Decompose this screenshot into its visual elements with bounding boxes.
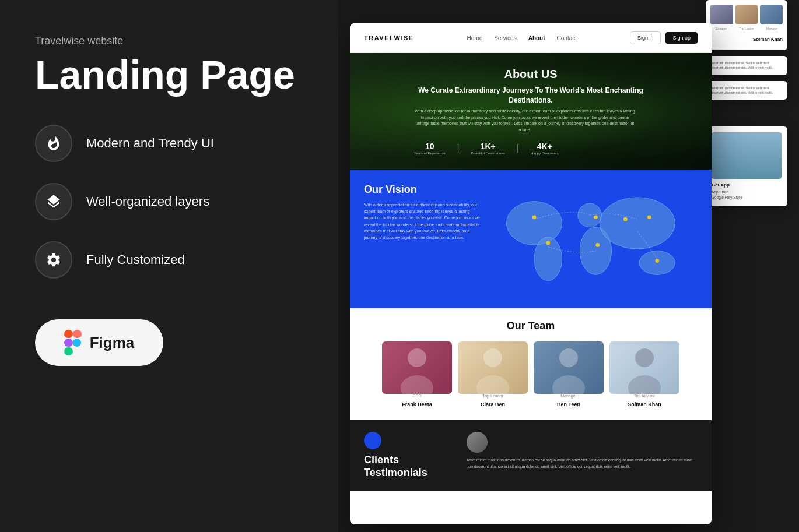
vision-desc: With a deep appreciation for authenticit… [364,202,481,241]
nav-home[interactable]: Home [467,35,483,41]
hero-content: About US We Curate Extraordinary Journey… [414,68,647,156]
gear-icon-circle [35,241,72,279]
svg-point-19 [401,375,433,394]
app-store-link[interactable]: App Store [712,190,782,194]
svg-rect-1 [64,339,73,347]
hero-subtitle: We Curate Extraordinary Journeys To The … [414,86,647,105]
vision-section: Our Vision With a deep appreciation for … [350,170,712,308]
side-text-card-2: deserunt ullamco est sit. Velit m velit … [706,81,787,100]
side-preview-panel: Manager Trip Leader Manager Solman Khan … [706,0,787,212]
layers-icon [45,193,62,210]
team-section: Our Team CEO Frank Beeta [350,308,712,420]
side-role-3: Manager [766,27,778,30]
team-photo-clara [458,341,528,394]
testimonials-accent [364,432,381,449]
team-card-solman: Trip Advisor Solman Khan [609,341,679,408]
svg-point-14 [623,217,628,221]
main-title: Landing Page [35,54,303,96]
svg-point-16 [655,259,659,263]
svg-point-24 [635,348,654,367]
side-role-1: Manager [716,27,727,30]
signin-button[interactable]: Sign in [630,31,661,44]
side-text-1: deserunt ullamco est sit. Velit m velit … [710,61,783,71]
svg-point-5 [506,202,562,245]
testimonials-title: Clients Testimonials [364,454,457,479]
svg-rect-2 [64,347,73,355]
side-text-card-1: deserunt ullamco est sit. Velit m velit … [706,56,787,75]
stat-label-2: Happy Customers [531,152,559,155]
feature-item-modern: Modern and Trendy UI [35,125,303,162]
google-play-link[interactable]: Google Play Store [712,195,782,199]
svg-point-18 [408,348,426,367]
svg-point-11 [532,215,537,219]
stat-num-1: 1K+ [481,142,496,151]
svg-point-17 [595,243,600,247]
signup-button[interactable]: Sign up [665,32,698,44]
stat-label-1: Beautiful Destinations [471,152,505,155]
svg-point-23 [552,375,585,394]
figma-logo-icon [64,330,82,355]
svg-point-13 [594,215,598,219]
figma-label: Figma [90,334,135,352]
frank-silhouette [382,341,452,394]
feature-label-modern: Modern and Trendy UI [86,136,214,151]
stat-destinations: 1K+ Beautiful Destinations [471,141,505,155]
team-role-solman: Trip Advisor [609,394,679,398]
right-panel: Manager Trip Leader Manager Solman Khan … [338,0,799,532]
stat-label-0: Years of Experience [414,152,445,155]
stat-customers: 4K+ Happy Customers [531,141,559,155]
side-advisor-name: Solman Khan [753,37,783,42]
svg-point-22 [559,348,578,367]
stat-divider-1: | [457,143,459,153]
svg-point-9 [600,198,675,249]
svg-rect-3 [73,330,82,338]
world-map [490,184,698,294]
team-card-frank: CEO Frank Beeta [382,341,452,408]
gear-icon [45,252,62,268]
figma-badge[interactable]: Figma [35,319,163,366]
nav-buttons: Sign in Sign up [630,31,698,44]
ben-silhouette [534,341,604,394]
team-name-ben: Ben Teen [557,401,580,407]
vision-title: Our Vision [364,184,481,196]
team-title: Our Team [364,320,698,332]
team-photo-frank [382,341,452,394]
get-app-title: Get App [712,182,782,188]
hero-section: About US We Curate Extraordinary Journey… [350,53,712,170]
nav-about[interactable]: About [528,35,545,41]
stat-num-2: 4K+ [537,142,552,151]
svg-point-25 [628,375,661,394]
testimonials-section: Clients Testimonials Amet minim mollit n… [350,420,712,491]
feature-item-customized: Fully Customized [35,241,303,279]
solman-silhouette [609,341,679,394]
team-photo-solman [609,341,679,394]
world-map-svg [495,184,693,294]
side-text-2: deserunt ullamco est sit. Velit m velit … [710,86,783,96]
site-logo: TRAVELWISE [364,34,414,41]
team-name-solman: Solman Khan [628,401,661,407]
team-name-frank: Frank Beeta [402,401,432,407]
hero-desc: With a deep appreciation for authenticit… [414,108,636,133]
testimonials-text: Amet minim mollit non deserunt ullamco e… [467,457,698,470]
website-preview: TRAVELWISE Home Services About Contact S… [350,23,712,524]
left-panel: Travelwise website Landing Page Modern a… [0,0,338,532]
svg-point-15 [647,215,651,219]
hero-stats: 10 Years of Experience | 1K+ Beautiful D… [414,141,647,155]
team-photo-ben [534,341,604,394]
hero-title: About US [414,68,647,81]
stat-num-0: 10 [425,142,434,151]
nav-contact[interactable]: Contact [557,35,577,41]
vision-text-block: Our Vision With a deep appreciation for … [364,184,481,294]
testimonials-avatar [467,432,488,453]
side-app-image [712,132,782,179]
fire-icon [45,135,62,152]
team-card-clara: Trip Leader Clara Ben [458,341,528,408]
team-card-ben: Manager Ben Teen [534,341,604,408]
feature-list: Modern and Trendy UI Well-organized laye… [35,125,303,279]
team-role-clara: Trip Leader [458,394,528,398]
testimonials-title-block: Clients Testimonials [364,432,457,479]
nav-services[interactable]: Services [494,35,516,41]
subtitle: Travelwise website [35,35,303,47]
nav-links: Home Services About Contact [467,35,577,41]
side-app-card: Get App App Store Google Play Store [706,126,787,206]
